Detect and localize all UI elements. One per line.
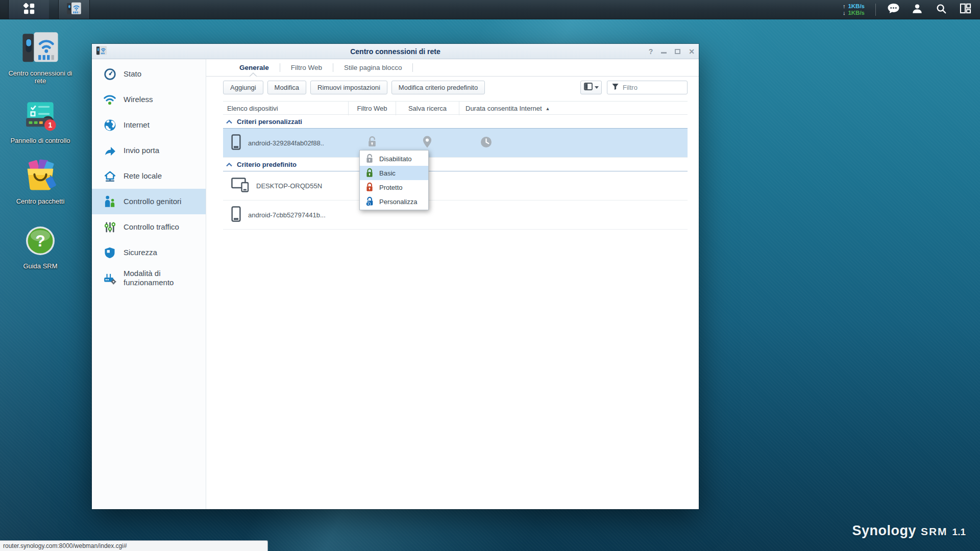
port-forward-icon: [103, 144, 116, 157]
phone-icon: [231, 134, 241, 152]
column-header-internet-time[interactable]: Durata consentita Internet ▲: [459, 102, 688, 115]
show-desktop-button[interactable]: [0, 0, 9, 19]
globe-icon: [103, 118, 116, 132]
device-table: Elenco dispositivi Filtro Web Salva rice…: [223, 101, 688, 230]
desktop-icon-label: Guida SRM: [23, 262, 57, 270]
tab-stile-pagina-blocco[interactable]: Stile pagina blocco: [333, 59, 412, 76]
computer-icon: [231, 178, 249, 194]
desktop-icon-column: Centro connessioni di rete 1 Pannello di…: [6, 26, 75, 270]
window-sidebar: Stato Wireless Internet Invio porta: [92, 59, 206, 509]
column-header-web-filter[interactable]: Filtro Web: [348, 102, 396, 115]
taskbar-separator: [875, 4, 876, 16]
table-row-android-2[interactable]: android-7cbb52797441b...: [223, 201, 688, 230]
remove-settings-button[interactable]: Rimuovi impostazioni: [310, 81, 387, 94]
clock-icon: [480, 136, 492, 150]
window-title: Centro connessioni di rete: [92, 47, 699, 56]
safe-search-cell[interactable]: [396, 135, 459, 151]
menu-item-disabilitato[interactable]: Disabilitato: [360, 152, 428, 166]
group-header-default-policy[interactable]: Criterio predefinito: [223, 158, 688, 171]
srm-help-icon: ?: [24, 224, 57, 259]
filter-box: [607, 81, 688, 94]
desktop-icon-control-panel[interactable]: 1 Pannello di controllo: [6, 101, 75, 144]
operation-mode-icon: [103, 271, 116, 285]
control-panel-icon: 1: [22, 101, 59, 134]
taskbar-app-network-center[interactable]: [58, 0, 90, 19]
sidebar-item-controllo-genitori[interactable]: Controllo genitori: [92, 189, 206, 214]
window-titlebar[interactable]: Centro connessioni di rete ? ✕: [92, 44, 699, 59]
table-row-desktop[interactable]: DESKTOP-ORQD55N: [223, 171, 688, 201]
phone-icon: [231, 206, 241, 223]
desktop-icon-network-center[interactable]: Centro connessioni di rete: [6, 31, 75, 85]
main-menu-icon: [22, 2, 36, 17]
sidebar-item-modalita-funzionamento[interactable]: Modalità di funzionamento: [92, 265, 206, 291]
web-filter-cell[interactable]: [348, 136, 396, 150]
network-traffic-indicator[interactable]: ↑ 1KB/s ↓ 1KB/s: [843, 3, 865, 16]
column-header-safe-search[interactable]: Salva ricerca: [396, 102, 459, 115]
sort-ascending-icon: ▲: [546, 106, 550, 111]
notifications-button[interactable]: [887, 3, 900, 16]
download-speed: 1KB/s: [848, 10, 865, 16]
collapse-chevron-icon: [226, 117, 232, 126]
internet-time-cell[interactable]: [459, 136, 688, 150]
device-name: android-7cbb52797441b...: [248, 211, 326, 219]
device-name: android-329284fab02f88..: [248, 139, 324, 147]
window-content: Generale Filtro Web Stile pagina blocco …: [206, 59, 699, 509]
desktop-icon-package-center[interactable]: Centro pacchetti: [6, 159, 75, 205]
user-menu-button[interactable]: [911, 3, 924, 16]
network-center-window: Centro connessioni di rete ? ✕ Stato Wir…: [92, 44, 699, 509]
local-network-icon: [103, 169, 116, 183]
columns-icon: [584, 83, 593, 92]
shield-icon: [103, 246, 116, 259]
minimize-button[interactable]: [661, 52, 667, 54]
sidebar-item-internet[interactable]: Internet: [92, 112, 206, 138]
sidebar-item-sicurezza[interactable]: Sicurezza: [92, 240, 206, 265]
collapse-chevron-icon: [226, 160, 232, 169]
column-header-device-list[interactable]: Elenco dispositivi: [223, 102, 348, 115]
widgets-button[interactable]: [959, 3, 972, 16]
synology-srm-logo: Synology SRM 1.1: [852, 523, 966, 539]
maximize-button[interactable]: [675, 49, 680, 54]
device-name: DESKTOP-ORQD55N: [256, 182, 322, 190]
sidebar-item-controllo-traffico[interactable]: Controllo traffico: [92, 214, 206, 240]
svg-text:i: i: [368, 202, 369, 206]
network-center-icon: [21, 31, 60, 66]
lock-open-gray-icon: [365, 154, 374, 164]
parental-control-icon: [103, 195, 116, 208]
wifi-icon: [103, 93, 116, 106]
web-filter-menu: Disabilitato Basic Protetto i Personaliz…: [359, 150, 429, 210]
status-url: router.synology.com:8000/webman/index.cg…: [3, 542, 127, 549]
help-button[interactable]: ?: [649, 48, 653, 55]
download-arrow-icon: ↓: [843, 10, 846, 16]
sidebar-item-wireless[interactable]: Wireless: [92, 87, 206, 112]
sidebar-item-stato[interactable]: Stato: [92, 61, 206, 87]
lock-red-icon: [365, 182, 374, 192]
close-button[interactable]: ✕: [689, 48, 695, 55]
tab-filtro-web[interactable]: Filtro Web: [280, 59, 333, 76]
menu-item-basic[interactable]: Basic: [360, 166, 428, 180]
upload-speed: 1KB/s: [848, 3, 865, 10]
desktop-icon-label: Pannello di controllo: [10, 137, 70, 144]
device-cell: DESKTOP-ORQD55N: [223, 178, 348, 194]
upload-arrow-icon: ↑: [843, 3, 846, 10]
group-header-custom-policies[interactable]: Criteri personalizzati: [223, 115, 688, 129]
tab-bar: Generale Filtro Web Stile pagina blocco: [206, 59, 699, 77]
add-button[interactable]: Aggiungi: [223, 81, 263, 94]
filter-input[interactable]: [623, 84, 683, 91]
device-cell: android-7cbb52797441b...: [223, 206, 348, 223]
svg-text:?: ?: [35, 232, 45, 250]
menu-item-personalizza[interactable]: i Personalizza: [360, 194, 428, 209]
sidebar-item-invio-porta[interactable]: Invio porta: [92, 138, 206, 163]
desktop-icon-label: Centro connessioni di rete: [6, 69, 75, 85]
column-settings-button[interactable]: [580, 81, 602, 94]
gauge-icon: [103, 67, 116, 81]
table-row-android-1[interactable]: android-329284fab02f88..: [223, 129, 688, 158]
edit-button[interactable]: Modifica: [267, 81, 306, 94]
sidebar-item-rete-locale[interactable]: Rete locale: [92, 163, 206, 189]
lock-open-icon: [366, 136, 378, 150]
menu-item-protetto[interactable]: Protetto: [360, 180, 428, 194]
main-menu-button[interactable]: [9, 0, 49, 19]
desktop-icon-srm-help[interactable]: ? Guida SRM: [6, 224, 75, 270]
lock-green-icon: [365, 168, 374, 178]
edit-default-policy-button[interactable]: Modifica criterio predefinito: [391, 81, 485, 94]
search-button[interactable]: [935, 3, 948, 16]
